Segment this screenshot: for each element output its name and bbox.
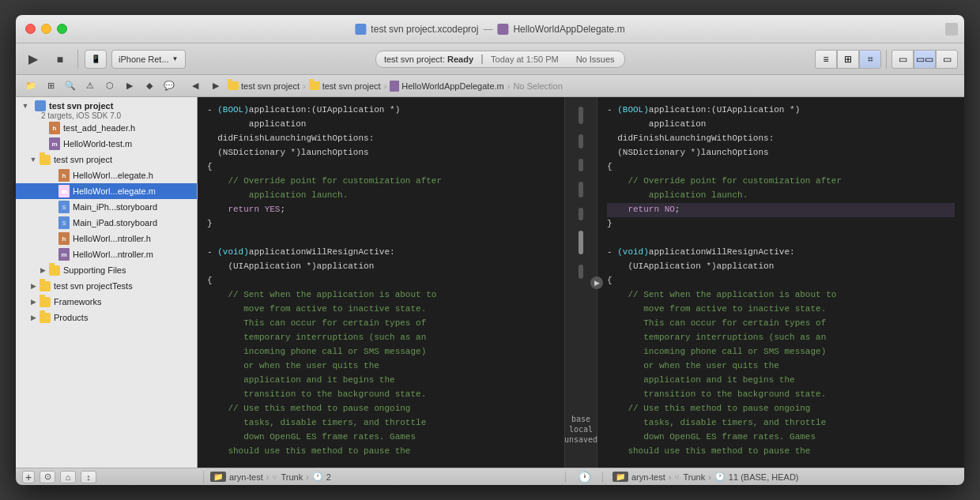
scheme-selector[interactable]: iPhone Ret... ▼: [111, 50, 186, 69]
file-label: Main_iPad.storyboard: [73, 218, 157, 227]
h-icon: h: [49, 122, 60, 134]
code-line: or when the user quits the: [207, 359, 555, 374]
right-code-content[interactable]: - (BOOL)application:(UIApplication *) ap…: [597, 97, 964, 465]
project-name: test svn project: [49, 101, 113, 111]
code-line: temporary interruptions (such as an: [207, 331, 555, 345]
breadcrumb-file-label: HelloWorldAppDelegate.m: [401, 81, 503, 91]
code-line: // Override point for customization afte…: [607, 175, 955, 189]
play-button[interactable]: ▶: [22, 50, 44, 69]
gutter-scroll-thumb[interactable]: [579, 231, 583, 254]
sidebar-item-delegate-h[interactable]: h HelloWorl...elegate.h: [16, 167, 197, 183]
code-line: (NSDictionary *)launchOptions: [607, 146, 955, 160]
sidebar-item-tests[interactable]: test svn projectTests: [16, 278, 197, 294]
tests-disclosure[interactable]: [28, 281, 38, 291]
gutter-bar-6: [579, 265, 583, 279]
project-root[interactable]: test svn project 2 targets, iOS SDK 7.0: [16, 97, 197, 120]
breadcrumb-back[interactable]: ◀: [187, 78, 204, 94]
sidebar-item-controller-m[interactable]: m HelloWorl...ntroller.m: [16, 246, 197, 262]
sort-button[interactable]: ↕: [81, 471, 96, 483]
code-line: should use this method to pause the: [207, 445, 555, 459]
left-revision: 2: [326, 472, 331, 482]
breadcrumb-group[interactable]: test svn project: [309, 81, 381, 91]
code-line: tasks, disable timers, and throttle: [207, 416, 555, 430]
code-line: transition to the background state.: [207, 388, 555, 402]
search-nav-icon[interactable]: 🔍: [62, 78, 79, 94]
code-line: (UIApplication *)application: [607, 260, 955, 274]
code-line: move from active to inactive state.: [207, 303, 555, 317]
utility-btn[interactable]: ⌗: [859, 50, 881, 69]
git-nav-icon[interactable]: ⊞: [42, 78, 59, 94]
project-disclosure[interactable]: [21, 101, 30, 111]
folder-disclosure[interactable]: [38, 265, 47, 275]
left-editor-scroll[interactable]: - (BOOL)application:(UIApplication *) ap…: [198, 97, 564, 468]
resize-button[interactable]: [945, 23, 958, 36]
project-folder-icon: [228, 81, 239, 90]
version-view-btn[interactable]: ▭: [936, 50, 958, 69]
filter-button[interactable]: ⊙: [40, 471, 55, 483]
folder-label: Supporting Files: [63, 265, 126, 275]
gutter-marks: [565, 97, 597, 282]
code-line: {: [207, 274, 555, 288]
left-branch-sep: ›: [266, 472, 270, 482]
view-controls: ▭ ▭▭ ▭: [891, 50, 958, 69]
log-nav-icon[interactable]: 💬: [160, 78, 178, 94]
breadcrumb-project[interactable]: test svn project: [228, 81, 300, 91]
svn-labels: base local unsaved: [564, 415, 597, 444]
debug-btn[interactable]: ⊞: [837, 50, 859, 69]
stop-button[interactable]: ■: [49, 50, 71, 69]
breadcrumb-sep-1: ›: [303, 81, 306, 91]
left-trunk-label: Trunk: [281, 472, 303, 482]
sidebar-item-frameworks[interactable]: Frameworks: [16, 294, 197, 310]
add-file-button[interactable]: +: [22, 471, 35, 483]
frameworks-disclosure[interactable]: [28, 297, 38, 306]
sidebar-item-helloworld-test[interactable]: m HelloWorld-test.m: [16, 136, 197, 152]
minimize-button[interactable]: [41, 24, 51, 34]
test-nav-icon[interactable]: ⬡: [101, 78, 119, 94]
title-project: test svn project.xcodeproj: [371, 24, 478, 35]
products-disclosure[interactable]: [28, 313, 38, 322]
right-editor-scroll[interactable]: - (BOOL)application:(UIApplication *) ap…: [597, 97, 964, 468]
code-line: This can occur for certain types of: [207, 317, 555, 331]
main-window: test svn project.xcodeproj — HelloWorldA…: [16, 15, 964, 485]
title-sep: —: [483, 24, 492, 35]
left-code-content[interactable]: - (BOOL)application:(UIApplication *) ap…: [198, 97, 564, 465]
maximize-button[interactable]: [57, 24, 67, 34]
history-button[interactable]: 🕐: [575, 471, 593, 483]
group-disclosure[interactable]: [28, 155, 38, 164]
breadcrumb-sep-2: ›: [384, 81, 387, 91]
breakpoint-nav-icon[interactable]: ◆: [141, 78, 158, 94]
sidebar-item-main-ipad[interactable]: S Main_iPad.storyboard: [16, 215, 197, 231]
sidebar-item-test-add-header[interactable]: h test_add_header.h: [16, 120, 197, 136]
close-button[interactable]: [25, 24, 36, 34]
svn-unsaved-label: unsaved: [564, 435, 597, 444]
right-folder-icon: 📁: [612, 472, 628, 482]
code-line: should use this method to pause the: [607, 445, 955, 459]
right-editor-pane: - (BOOL)application:(UIApplication *) ap…: [597, 97, 964, 468]
single-view-btn[interactable]: ▭: [891, 50, 914, 69]
right-trunk-label: Trunk: [683, 472, 705, 482]
code-line: - (void)applicationWillResignActive:: [607, 246, 955, 260]
debug-nav-icon[interactable]: ▶: [121, 78, 138, 94]
breadcrumb-file[interactable]: HelloWorldAppDelegate.m: [390, 81, 503, 92]
warning-nav-icon[interactable]: ⚠: [81, 78, 99, 94]
navigator-btn[interactable]: ≡: [815, 50, 837, 69]
sidebar-item-supporting-files[interactable]: Supporting Files: [16, 262, 197, 278]
split-view-btn[interactable]: ▭▭: [914, 50, 936, 69]
folder-nav-icon[interactable]: 📁: [22, 78, 40, 94]
gutter-bar-3: [579, 159, 583, 171]
expand-pane-button[interactable]: ▶: [590, 276, 603, 289]
main-content: test svn project 2 targets, iOS SDK 7.0 …: [16, 97, 964, 468]
sidebar-item-delegate-m[interactable]: m HelloWorl...elegate.m: [16, 183, 197, 199]
recent-button[interactable]: ⌂: [60, 471, 76, 483]
right-branch-name: aryn-test: [631, 472, 665, 482]
code-line: return NO;: [607, 203, 955, 217]
sidebar-item-products[interactable]: Products: [16, 310, 197, 325]
code-line: [607, 231, 955, 246]
code-line: (NSDictionary *)launchOptions: [207, 146, 555, 160]
sidebar-item-main-iph[interactable]: S Main_iPh...storyboard: [16, 199, 197, 215]
sidebar-item-project-group[interactable]: test svn project: [16, 152, 197, 167]
sidebar-item-controller-h[interactable]: h HelloWorl...ntroller.h: [16, 231, 197, 246]
scheme-label: iPhone Ret...: [119, 55, 169, 64]
breadcrumb-forward[interactable]: ▶: [207, 78, 224, 94]
code-line: application launch.: [607, 189, 955, 203]
